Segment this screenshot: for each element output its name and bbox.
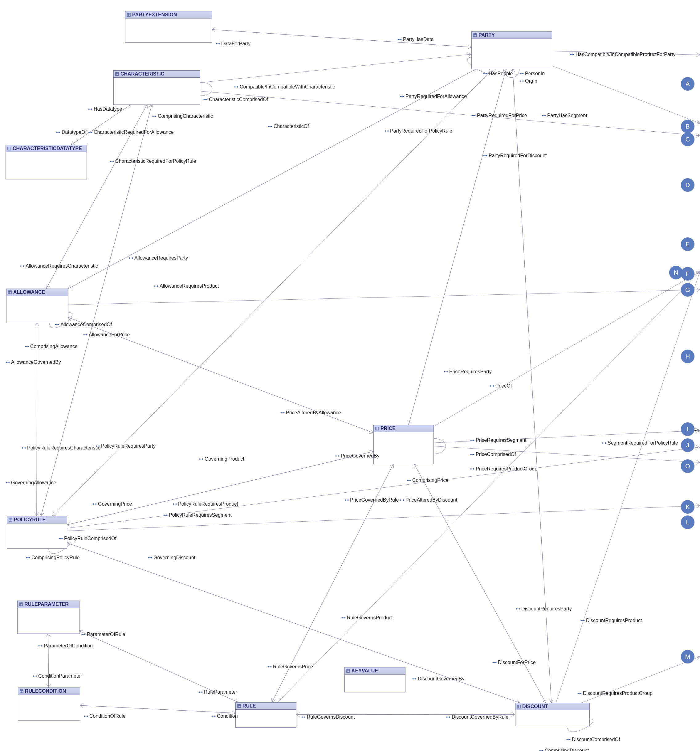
relationship-icon xyxy=(6,481,10,484)
svg-line-181 xyxy=(699,271,700,275)
relationship-icon xyxy=(22,447,26,450)
relationship-icon xyxy=(152,115,157,118)
svg-point-254 xyxy=(486,155,487,156)
entity-policyrule[interactable]: POLICYRULE xyxy=(7,516,67,549)
badge-o[interactable]: O xyxy=(681,459,694,473)
rel-label-text: GoverningProduct xyxy=(205,456,244,462)
svg-line-52 xyxy=(71,104,131,145)
entity-party[interactable]: PARTY xyxy=(472,31,552,69)
relationship-icon xyxy=(542,114,546,117)
rel-label-text: ParameterOfCondition xyxy=(44,643,93,649)
rel-label-partyreqforpolicyrule: PartyRequiredForPolicyRule xyxy=(384,128,452,134)
rel-label-text: PriceAlteredByDiscount xyxy=(406,497,457,503)
entity-body xyxy=(515,710,589,726)
svg-line-200 xyxy=(414,464,546,703)
badge-j[interactable]: J xyxy=(681,438,694,452)
rel-label-policyrulereqcharacteristic: PolicyRuleRequiresCharacteristic xyxy=(22,445,100,451)
relationship-icon xyxy=(173,502,177,505)
rel-label-text: PartyHasSegment xyxy=(547,113,587,118)
svg-point-365 xyxy=(84,634,85,635)
entity-header[interactable]: DISCOUNT xyxy=(515,703,589,710)
rel-label-characteristiccomprisedof: CharacteristicComprisedOf xyxy=(204,97,268,102)
badge-l[interactable]: L xyxy=(681,516,694,529)
relationship-icon xyxy=(281,411,285,414)
entity-header[interactable]: RULECONDITION xyxy=(18,688,80,695)
svg-line-10 xyxy=(696,53,700,55)
table-icon xyxy=(115,72,119,76)
rel-label-compatibleproductforparty: HasCompatible/InCompatibleProductForPart… xyxy=(570,52,676,57)
entity-allowance[interactable]: ALLOWANCE xyxy=(6,289,68,323)
badge-d[interactable]: D xyxy=(681,178,694,192)
rel-label-text: Compatible/InCompatibleWithCharacteristi… xyxy=(240,84,335,90)
badge-m[interactable]: M xyxy=(681,650,694,663)
svg-point-263 xyxy=(155,116,156,117)
entity-rulecondition[interactable]: RULECONDITION xyxy=(18,688,80,721)
entity-header[interactable]: ALLOWANCE xyxy=(6,289,68,296)
badge-h[interactable]: H xyxy=(681,349,694,363)
rel-label-pricealteredbyallowance: PriceAlteredByAllowance xyxy=(281,410,341,416)
entity-title: PRICE xyxy=(381,426,396,431)
entity-ruleparameter[interactable]: RULEPARAMETER xyxy=(17,601,80,634)
entity-header[interactable]: RULE xyxy=(236,703,296,710)
svg-line-119 xyxy=(272,699,273,702)
svg-line-145 xyxy=(697,447,700,450)
entity-header[interactable]: CHARACTERISTIC xyxy=(114,71,200,78)
badge-g[interactable]: G xyxy=(681,283,694,297)
rel-label-text: DiscountGovernedByRule xyxy=(452,714,508,720)
badge-e[interactable]: E xyxy=(681,237,694,251)
entity-discount[interactable]: DISCOUNT xyxy=(515,703,590,726)
entity-characteristic[interactable]: CHARACTERISTIC xyxy=(113,70,200,105)
entity-price[interactable]: PRICE xyxy=(373,425,434,464)
svg-line-16 xyxy=(200,54,472,83)
relationship-icon xyxy=(148,556,152,559)
entity-header[interactable]: RULEPARAMETER xyxy=(18,601,79,608)
relationship-icon xyxy=(444,370,448,373)
rel-label-allowancereqparty: AllowanceRequiresParty xyxy=(129,255,188,261)
svg-point-317 xyxy=(473,454,474,455)
relationship-icon xyxy=(211,715,216,718)
svg-point-337 xyxy=(96,445,97,447)
entity-header[interactable]: CHARACTERISTICDATATYPE xyxy=(6,145,86,152)
badge-b[interactable]: B xyxy=(681,120,694,133)
entity-header[interactable]: PARTY xyxy=(472,32,552,39)
relationship-icon xyxy=(490,385,494,388)
svg-point-364 xyxy=(82,634,83,635)
entity-keyvalue[interactable]: KEYVALUE xyxy=(344,667,406,692)
entity-rule[interactable]: RULE xyxy=(235,702,296,728)
rel-label-comprisingcharacteristic: ComprisingCharacteristic xyxy=(152,113,213,119)
rel-label-text: AllowanceRequiresProduct xyxy=(160,283,219,289)
entity-header[interactable]: PARTYEXTENSION xyxy=(125,11,212,19)
entity-characteristicdatatype[interactable]: CHARACTERISTICDATATYPE xyxy=(6,145,87,179)
rel-label-pricegovernedbyrule: PriceGovernedByRule xyxy=(344,497,399,503)
relationship-icon xyxy=(580,619,585,622)
rel-label-text: PersonIn xyxy=(525,71,545,76)
relationship-icon xyxy=(520,80,524,83)
svg-point-340 xyxy=(199,459,200,460)
svg-line-49 xyxy=(696,136,700,138)
badge-i[interactable]: I xyxy=(681,422,694,436)
entity-partyextension[interactable]: PARTYEXTENSION xyxy=(125,11,212,43)
entity-body xyxy=(7,524,67,549)
svg-point-301 xyxy=(490,385,492,386)
svg-point-238 xyxy=(234,87,236,88)
svg-point-347 xyxy=(95,504,96,505)
svg-point-376 xyxy=(84,715,85,717)
svg-point-380 xyxy=(214,715,215,717)
svg-line-146 xyxy=(696,445,700,447)
svg-line-86 xyxy=(37,512,39,516)
badge-k[interactable]: K xyxy=(681,500,694,514)
svg-point-221 xyxy=(219,43,220,45)
badge-a[interactable]: A xyxy=(681,77,694,91)
rel-label-text: GoverningPrice xyxy=(98,501,132,507)
svg-point-389 xyxy=(304,717,305,718)
entity-header[interactable]: PRICE xyxy=(374,425,433,432)
entity-header[interactable]: KEYVALUE xyxy=(345,668,405,675)
svg-point-256 xyxy=(204,99,205,100)
rel-label-text: ComprisingPrice xyxy=(412,477,448,483)
entity-header[interactable]: POLICYRULE xyxy=(7,516,67,524)
entity-body xyxy=(472,39,552,69)
svg-line-41 xyxy=(71,141,73,145)
badge-c[interactable]: C xyxy=(681,133,694,146)
rel-label-discountgovernedbyrule: DiscountGovernedByRule xyxy=(446,714,508,720)
badge-f[interactable]: F xyxy=(681,267,694,281)
